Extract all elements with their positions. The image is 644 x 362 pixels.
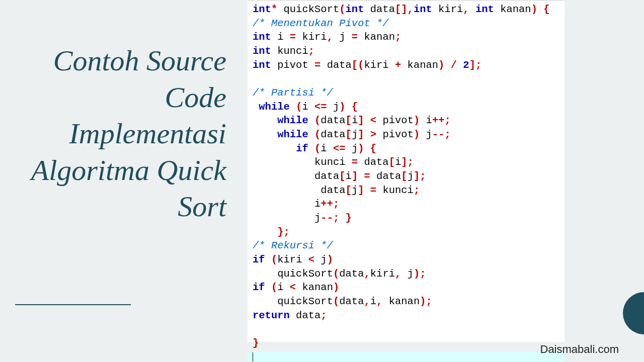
code-line: quickSort(data,kiri, j); [253, 267, 559, 281]
code-line: if (i <= j) { [253, 142, 559, 156]
code-line: return data; [253, 309, 559, 323]
code-line: /* Partisi */ [253, 86, 559, 100]
slide-title: Contoh Source Code Implementasi Algoritm… [30, 43, 226, 225]
code-line: quickSort(data,i, kanan); [253, 295, 559, 309]
code-line: } [253, 336, 559, 350]
code-line: if (i < kanan) [253, 281, 559, 295]
code-line [253, 322, 559, 336]
code-line: j--; } [253, 211, 559, 225]
code-line: int* quickSort(int data[],int kiri, int … [253, 3, 559, 17]
code-line: while (i <= j) { [253, 100, 559, 114]
code-line: i++; [253, 197, 559, 211]
decorative-circle [623, 292, 644, 334]
code-line: /* Menentukan Pivot */ [253, 17, 559, 31]
code-line: kunci = data[i]; [253, 155, 559, 169]
code-line: int kunci; [253, 44, 559, 58]
code-line [253, 72, 559, 86]
code-line: /* Rekursi */ [253, 239, 559, 253]
watermark-text: Daismabali.com [540, 343, 619, 356]
code-line: if (kiri < j) [253, 253, 559, 267]
code-line: int pivot = data[(kiri + kanan) / 2]; [253, 58, 559, 72]
code-line: }; [253, 225, 559, 239]
cursor-line-highlight [248, 351, 565, 362]
code-line: data[j] = kunci; [253, 184, 559, 198]
code-line: int i = kiri, j = kanan; [253, 30, 559, 44]
code-panel: int* quickSort(int data[],int kiri, int … [248, 0, 565, 342]
code-listing: int* quickSort(int data[],int kiri, int … [253, 3, 559, 350]
code-line: while (data[j] > pivot) j--; [253, 128, 559, 142]
code-line: data[i] = data[j]; [253, 169, 559, 184]
title-underline [15, 304, 131, 305]
code-line: while (data[i] < pivot) i++; [253, 114, 559, 128]
